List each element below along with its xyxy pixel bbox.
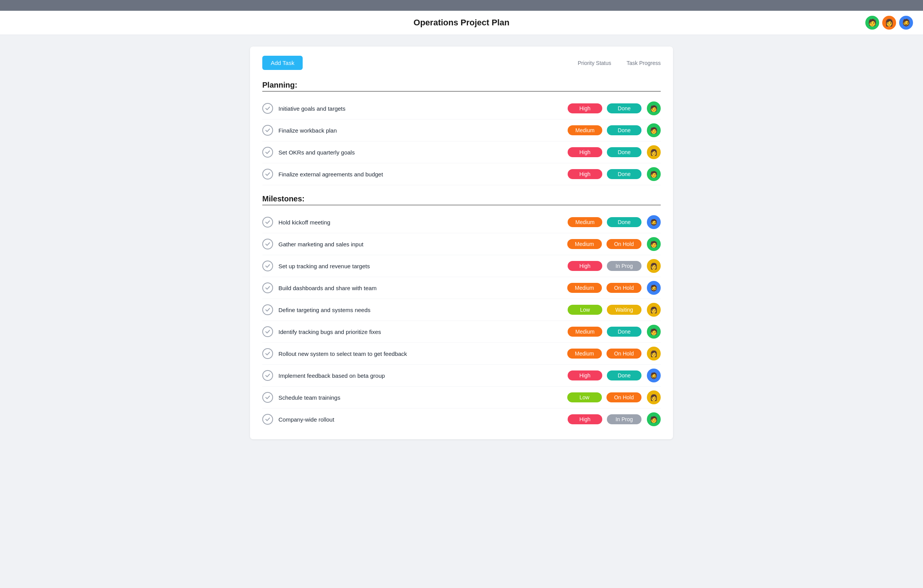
task-badges: MediumDone	[568, 217, 641, 227]
priority-badge: Medium	[568, 125, 602, 135]
status-badge: Done	[607, 147, 641, 157]
avatar: 👩	[647, 347, 661, 360]
avatar: 🧑	[647, 123, 661, 137]
section-divider-1	[262, 205, 661, 205]
table-row: Schedule team trainingsLowOn Hold👩	[262, 387, 661, 409]
table-row: Gather marketing and sales inputMediumOn…	[262, 233, 661, 255]
task-badges: LowWaiting	[568, 305, 641, 315]
toolbar-labels: Priority Status Task Progress	[578, 60, 661, 66]
task-check-icon[interactable]	[262, 239, 273, 249]
priority-badge: Medium	[567, 239, 602, 249]
task-check-icon[interactable]	[262, 370, 273, 381]
task-check-icon[interactable]	[262, 217, 273, 228]
page-title: Operations Project Plan	[413, 18, 509, 28]
avatar: 🧑	[647, 325, 661, 339]
task-check-icon[interactable]	[262, 392, 273, 403]
table-row: Set OKRs and quarterly goalsHighDone👩	[262, 141, 661, 163]
avatar: 🧑	[647, 412, 661, 426]
priority-badge: High	[568, 261, 602, 271]
task-check-icon[interactable]	[262, 169, 273, 179]
table-row: Finalize external agreements and budgetH…	[262, 163, 661, 185]
task-name: Implement feedback based on beta group	[278, 372, 568, 379]
task-name: Initiative goals and targets	[278, 105, 568, 112]
task-badges: MediumOn Hold	[567, 239, 641, 249]
priority-badge: Low	[568, 305, 602, 315]
table-row: Set up tracking and revenue targetsHighI…	[262, 255, 661, 277]
task-check-icon[interactable]	[262, 414, 273, 425]
status-badge: Done	[607, 125, 641, 135]
priority-badge: High	[568, 370, 602, 380]
status-badge: Waiting	[607, 305, 641, 315]
header: Operations Project Plan 🧑 👩 🧔	[0, 11, 923, 35]
task-name: Finalize external agreements and budget	[278, 171, 568, 178]
task-badges: HighDone	[568, 370, 641, 380]
priority-badge: Medium	[568, 217, 602, 227]
avatar: 👩	[647, 145, 661, 159]
sections-container: Planning: Initiative goals and targetsHi…	[262, 78, 661, 430]
table-row: Company-wide rolloutHighIn Prog🧑	[262, 409, 661, 430]
section-title-1: Milestones:	[262, 191, 661, 203]
task-name: Define targeting and systems needs	[278, 307, 568, 313]
task-badges: HighDone	[568, 103, 641, 113]
task-badges: MediumOn Hold	[567, 283, 641, 293]
priority-badge: High	[568, 103, 602, 113]
status-badge: Done	[607, 327, 641, 337]
priority-badge: High	[568, 147, 602, 157]
task-check-icon[interactable]	[262, 261, 273, 271]
task-check-icon[interactable]	[262, 304, 273, 315]
status-badge: On Hold	[606, 392, 641, 402]
priority-badge: Medium	[567, 283, 602, 293]
avatar: 🧔	[647, 369, 661, 382]
task-badges: HighDone	[568, 169, 641, 179]
task-badges: MediumDone	[568, 125, 641, 135]
table-row: Build dashboards and share with teamMedi…	[262, 277, 661, 299]
status-badge: In Prog	[607, 414, 641, 424]
avatar: 🧑	[647, 167, 661, 181]
table-row: Hold kickoff meetingMediumDone🧔	[262, 211, 661, 233]
task-name: Set OKRs and quarterly goals	[278, 149, 568, 156]
table-row: Implement feedback based on beta groupHi…	[262, 365, 661, 387]
avatar: 👩	[647, 303, 661, 317]
avatar-3: 🧔	[898, 15, 914, 30]
status-badge: On Hold	[606, 283, 641, 293]
task-check-icon[interactable]	[262, 348, 273, 359]
task-badges: MediumDone	[568, 327, 641, 337]
priority-status-label: Priority Status	[578, 60, 611, 66]
table-row: Initiative goals and targetsHighDone🧑	[262, 98, 661, 120]
task-badges: HighDone	[568, 147, 641, 157]
task-check-icon[interactable]	[262, 103, 273, 114]
task-badges: LowOn Hold	[567, 392, 641, 402]
avatar: 🧔	[647, 215, 661, 229]
task-name: Rollout new system to select team to get…	[278, 350, 567, 357]
task-name: Company-wide rollout	[278, 416, 568, 423]
task-badges: HighIn Prog	[568, 414, 641, 424]
task-name: Finalize workback plan	[278, 127, 568, 134]
toolbar: Add Task Priority Status Task Progress	[262, 56, 661, 70]
add-task-button[interactable]: Add Task	[262, 56, 303, 70]
section-title-0: Planning:	[262, 78, 661, 90]
task-check-icon[interactable]	[262, 125, 273, 136]
top-bar	[0, 0, 923, 11]
task-progress-label: Task Progress	[626, 60, 661, 66]
task-badges: HighIn Prog	[568, 261, 641, 271]
avatar: 👩	[647, 390, 661, 404]
task-name: Build dashboards and share with team	[278, 285, 567, 291]
priority-badge: Medium	[567, 349, 602, 359]
table-row: Define targeting and systems needsLowWai…	[262, 299, 661, 321]
task-check-icon[interactable]	[262, 326, 273, 337]
task-name: Gather marketing and sales input	[278, 241, 567, 247]
task-check-icon[interactable]	[262, 282, 273, 293]
status-badge: Done	[607, 169, 641, 179]
task-check-icon[interactable]	[262, 147, 273, 158]
priority-badge: Low	[567, 392, 602, 402]
table-row: Identify tracking bugs and prioritize fi…	[262, 321, 661, 343]
avatar-1: 🧑	[865, 15, 880, 30]
avatar: 🧑	[647, 237, 661, 251]
table-row: Rollout new system to select team to get…	[262, 343, 661, 365]
status-badge: In Prog	[607, 261, 641, 271]
table-row: Finalize workback planMediumDone🧑	[262, 120, 661, 141]
task-badges: MediumOn Hold	[567, 349, 641, 359]
avatar: 👩	[647, 259, 661, 273]
status-badge: Done	[607, 103, 641, 113]
status-badge: Done	[607, 370, 641, 380]
